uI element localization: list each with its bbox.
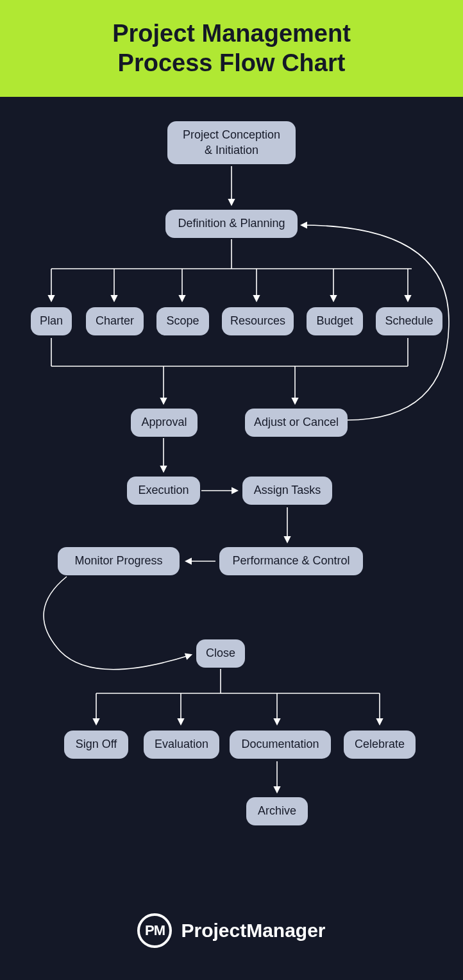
node-plan: Plan [31, 307, 72, 335]
node-approval: Approval [131, 409, 198, 436]
brand-name: ProjectManager [181, 920, 325, 942]
title-line-1: Project Management [112, 20, 351, 47]
node-monitor: Monitor Progress [58, 547, 180, 575]
node-evaluation: Evaluation [144, 731, 219, 758]
node-celebrate: Celebrate [344, 731, 416, 758]
node-resources: Resources [222, 307, 294, 335]
brand-logo-icon: PM [137, 913, 172, 948]
node-scope: Scope [156, 307, 209, 335]
header-banner: Project Management Process Flow Chart [0, 0, 463, 97]
node-budget: Budget [307, 307, 363, 335]
node-close: Close [196, 639, 245, 667]
node-conception: Project Conception & Initiation [167, 121, 296, 164]
title-line-2: Process Flow Chart [118, 49, 346, 76]
node-documentation: Documentation [230, 731, 331, 758]
node-execution: Execution [127, 477, 200, 504]
node-archive: Archive [246, 797, 308, 825]
footer: PM ProjectManager [0, 888, 463, 980]
page-title: Project Management Process Flow Chart [13, 19, 450, 78]
node-adjust: Adjust or Cancel [245, 409, 348, 436]
node-schedule: Schedule [376, 307, 442, 335]
node-signoff: Sign Off [64, 731, 128, 758]
node-charter: Charter [86, 307, 144, 335]
node-definition: Definition & Planning [165, 210, 298, 237]
flowchart-area: Project Conception & Initiation Definiti… [0, 97, 463, 899]
node-performance: Performance & Control [219, 547, 363, 575]
node-assign: Assign Tasks [242, 477, 332, 504]
